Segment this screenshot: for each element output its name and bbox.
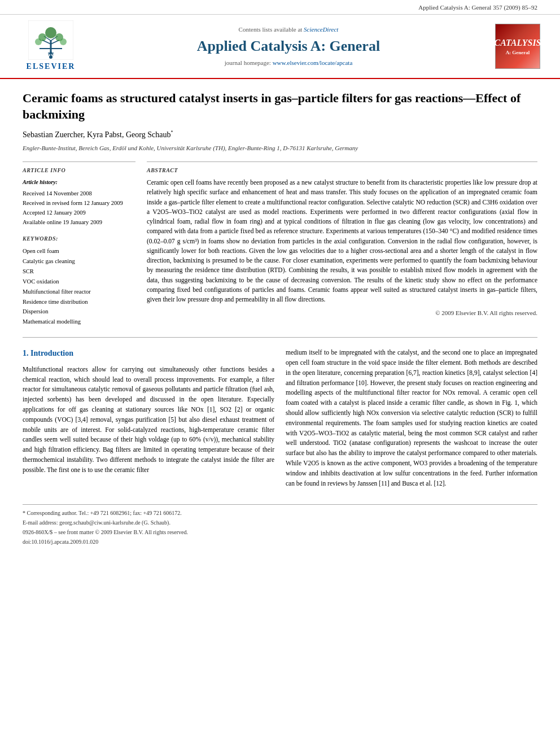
received-date-2: Received in revised form 12 January 2009	[23, 199, 135, 208]
received-date-1: Received 14 November 2008	[23, 189, 135, 199]
keyword-4: VOC oxidation	[23, 277, 135, 287]
sciencedirect-line: Contents lists available at ScienceDirec…	[90, 25, 487, 34]
available-date: Available online 19 January 2009	[23, 218, 135, 228]
introduction-left-text: Multifunctional reactors allow for carry…	[23, 365, 274, 475]
corresponding-note: * Corresponding author. Tel.: +49 721 60…	[23, 509, 537, 517]
svg-point-11	[60, 38, 67, 45]
catalysis-logo: CATALYSIS A: General	[495, 24, 540, 69]
email-note: E-mail address: georg.schaub@ciw.uni-kar…	[23, 519, 537, 527]
svg-point-12	[49, 55, 53, 59]
article-info-label: Article info	[23, 167, 135, 174]
authors-text: Sebastian Zuercher, Kyra Pabst, Georg Sc…	[23, 130, 170, 139]
article-info-column: Article info Article history: Received 1…	[23, 161, 135, 327]
article-history: Article history: Received 14 November 20…	[23, 178, 135, 227]
issn-note: 0926-860X/$ – see front matter © 2009 El…	[23, 528, 537, 536]
svg-point-7	[45, 27, 56, 38]
journal-title: Applied Catalysis A: General	[90, 36, 487, 56]
elsevier-logo: ELSEVIER	[17, 20, 85, 72]
journal-reference: Applied Catalysis A: General 357 (2009) …	[418, 4, 537, 11]
abstract-column: Abstract Ceramic open cell foams have re…	[147, 161, 537, 327]
sciencedirect-link[interactable]: ScienceDirect	[304, 26, 338, 33]
article-content: Ceramic foams as structured catalyst ins…	[0, 79, 560, 559]
abstract-label: Abstract	[147, 167, 537, 174]
sciencedirect-label: Contents lists available at	[239, 26, 303, 33]
introduction-heading: 1. Introduction	[23, 348, 274, 359]
keyword-3: SCR	[23, 267, 135, 277]
article-authors: Sebastian Zuercher, Kyra Pabst, Georg Sc…	[23, 129, 537, 141]
copyright-line: © 2009 Elsevier B.V. All rights reserved…	[147, 309, 537, 317]
section-divider	[23, 337, 537, 338]
keyword-8: Mathematical modelling	[23, 317, 135, 327]
two-column-layout: Article info Article history: Received 1…	[23, 161, 537, 327]
keyword-6: Residence time distribution	[23, 297, 135, 307]
journal-header: ELSEVIER Contents lists available at Sci…	[0, 15, 560, 79]
article-title: Ceramic foams as structured catalyst ins…	[23, 90, 537, 123]
catalysis-logo-sub-text: A: General	[506, 49, 530, 56]
introduction-right-text: medium itself to be impregnated with the…	[286, 348, 537, 488]
catalysis-logo-container: CATALYSIS A: General	[492, 24, 543, 69]
svg-point-10	[35, 38, 42, 45]
elsevier-tree-icon	[28, 20, 73, 60]
journal-homepage: journal homepage: www.elsevier.com/locat…	[90, 59, 487, 67]
homepage-label: journal homepage:	[225, 59, 273, 66]
article-affiliation: Engler-Bunte-Institut, Bereich Gas, Erdö…	[23, 144, 537, 152]
journal-header-center: Contents lists available at ScienceDirec…	[90, 25, 487, 68]
introduction-section: 1. Introduction Multifunctional reactors…	[23, 348, 537, 493]
journal-reference-bar: Applied Catalysis A: General 357 (2009) …	[0, 0, 560, 15]
accepted-date: Accepted 12 January 2009	[23, 208, 135, 218]
keyword-7: Dispersion	[23, 307, 135, 317]
keywords-section: Keywords: Open cell foam Catalytic gas c…	[23, 235, 135, 327]
keyword-2: Catalytic gas cleaning	[23, 256, 135, 267]
catalysis-logo-big-text: CATALYSIS	[495, 37, 541, 49]
doi-note: doi:10.1016/j.apcata.2009.01.020	[23, 538, 537, 546]
keyword-1: Open cell foam	[23, 246, 135, 256]
corresponding-asterisk: *	[170, 130, 173, 136]
keyword-list: Open cell foam Catalytic gas cleaning SC…	[23, 246, 135, 327]
history-label: Article history:	[23, 178, 135, 187]
introduction-left: 1. Introduction Multifunctional reactors…	[23, 348, 274, 493]
keywords-label: Keywords:	[23, 235, 135, 243]
elsevier-logo-container: ELSEVIER	[17, 20, 85, 72]
elsevier-text: ELSEVIER	[27, 61, 76, 72]
article-footer: * Corresponding author. Tel.: +49 721 60…	[23, 504, 537, 546]
introduction-right: medium itself to be impregnated with the…	[286, 348, 537, 493]
abstract-text: Ceramic open cell foams have recently be…	[147, 178, 537, 304]
keyword-5: Multifunctional filter reactor	[23, 287, 135, 297]
homepage-url[interactable]: www.elsevier.com/locate/apcata	[273, 59, 353, 66]
